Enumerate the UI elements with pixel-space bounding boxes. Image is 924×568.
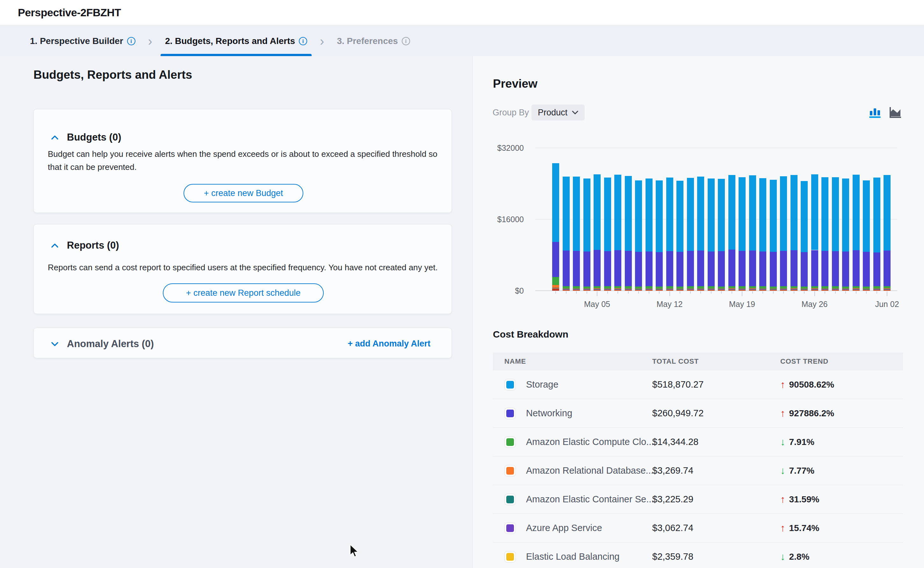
x-axis-label: May 19 (718, 300, 766, 309)
bar-segment (604, 286, 611, 288)
collapse-chevron-down-icon[interactable] (51, 342, 59, 346)
bar-segment (697, 286, 704, 288)
bar-segment (687, 286, 694, 288)
bar-segment (614, 290, 621, 291)
trend-up-icon: ↑ (780, 408, 785, 419)
tab-budgets-reports-alerts[interactable]: 2. Budgets, Reports and Alerts i (161, 26, 312, 56)
tab-perspective-builder[interactable]: 1. Perspective Builder i (26, 26, 140, 56)
axis-tick (825, 292, 825, 293)
bar-segment (635, 290, 642, 291)
bar-segment (822, 177, 828, 251)
budgets-description-line1: Budget can help you receive alerts when … (48, 148, 440, 161)
bar-segment (718, 179, 725, 251)
axis-tick-major (814, 292, 815, 296)
bar-segment (573, 286, 580, 288)
bar-segment (604, 251, 611, 287)
bar-segment (708, 289, 714, 289)
bar-segment (749, 251, 756, 286)
bar-segment (656, 289, 663, 289)
bar-segment (832, 289, 839, 289)
bar-segment (614, 286, 621, 288)
chevron-right-icon: › (140, 26, 161, 56)
collapse-chevron-up-icon[interactable] (51, 243, 59, 248)
bar-segment (718, 289, 725, 289)
bar-segment (677, 289, 683, 290)
bar-segment (728, 249, 736, 286)
bar-segment (759, 290, 766, 290)
create-report-schedule-button[interactable]: + create new Report schedule (163, 283, 324, 302)
bar-segment (583, 290, 590, 290)
axis-tick (628, 292, 629, 293)
wizard-tab-bar: 1. Perspective Builder i › 2. Budgets, R… (0, 26, 924, 56)
info-icon[interactable]: i (402, 37, 410, 45)
row-trend-value: 90508.62% (789, 380, 835, 390)
bar-segment (739, 290, 746, 291)
bar-segment (739, 289, 746, 289)
bar-segment (594, 288, 601, 289)
bar-segment (801, 290, 808, 291)
bar-segment (625, 251, 632, 286)
bar-segment (625, 289, 632, 289)
row-total-cost: $3,225.29 (652, 494, 693, 504)
column-header-name: NAME (493, 357, 652, 366)
x-axis-label: May 12 (646, 300, 693, 309)
row-total-cost: $3,269.74 (652, 465, 693, 476)
bar-segment (677, 289, 683, 289)
bar-segment (780, 290, 787, 290)
bar-segment (697, 290, 704, 291)
bar-segment (594, 290, 601, 290)
bar-segment (749, 289, 756, 289)
row-trend-value: 15.74% (789, 523, 820, 533)
bar-segment (614, 290, 621, 290)
bar-segment (883, 175, 891, 251)
bar-segment (883, 251, 891, 286)
bar-segment (666, 290, 673, 291)
info-icon[interactable]: i (127, 37, 136, 45)
collapse-chevron-up-icon[interactable] (51, 135, 59, 140)
axis-tick (856, 292, 856, 293)
bar-segment (573, 289, 580, 289)
preview-panel: Preview Group By Product (473, 56, 924, 568)
bar-segment (635, 287, 642, 289)
add-anomaly-alert-link[interactable]: + add Anomaly Alert (348, 339, 430, 349)
bar-segment (790, 289, 797, 289)
bar-segment (666, 251, 673, 287)
axis-tick (794, 292, 794, 293)
bar-segment (677, 290, 683, 291)
bar-segment (718, 290, 725, 291)
bar-segment (697, 177, 704, 251)
bar-segment (842, 251, 849, 287)
bar-segment (625, 176, 632, 251)
bar-segment (656, 287, 663, 289)
bar-segment (759, 290, 766, 291)
reports-card: Reports (0) Reports can send a cost repo… (33, 224, 452, 314)
create-budget-button[interactable]: + create new Budget (184, 184, 303, 202)
legend-color-icon (504, 465, 516, 476)
bar-segment (594, 289, 601, 289)
bar-segment (780, 286, 787, 288)
bar-segment (635, 290, 642, 290)
bar-segment (883, 290, 891, 291)
bar-segment (770, 289, 777, 290)
bar-segment (614, 175, 621, 250)
axis-tick (752, 292, 753, 293)
info-icon[interactable]: i (299, 37, 307, 45)
bar-segment (780, 290, 787, 291)
tab-preferences[interactable]: 3. Preferences i (332, 26, 414, 56)
bar-segment (801, 289, 808, 290)
bar-segment (790, 290, 797, 290)
bar-segment (863, 180, 870, 252)
legend-color-icon (504, 551, 516, 563)
bar-segment (801, 289, 808, 289)
bar-segment (563, 289, 570, 289)
bar-segment (625, 290, 632, 291)
table-row: Amazon Relational Database...$3,269.74↓7… (493, 456, 903, 485)
bar-segment (790, 288, 797, 289)
bar-segment (770, 180, 777, 251)
bar-segment (749, 290, 756, 291)
bar-segment (873, 289, 880, 289)
bar-segment (687, 178, 694, 251)
axis-tick (721, 292, 722, 293)
bar-segment (563, 177, 570, 251)
bar-segment (635, 289, 642, 289)
